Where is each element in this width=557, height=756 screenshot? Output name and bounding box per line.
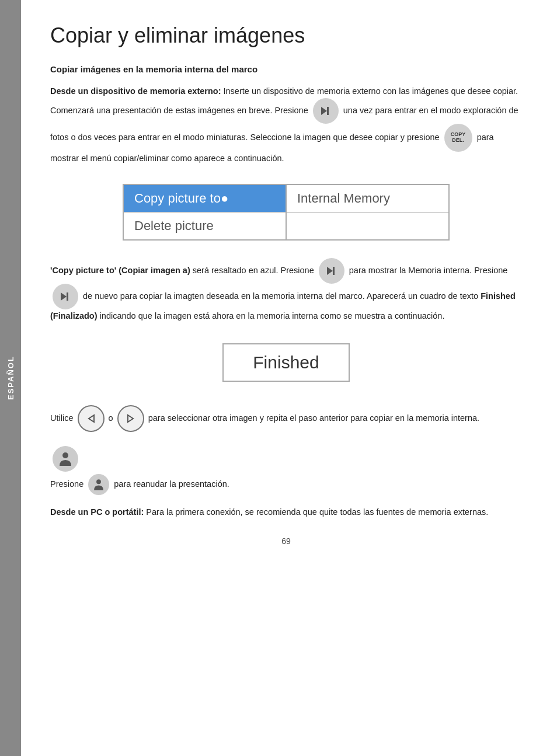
- menu-delete-label: Delete picture: [134, 218, 214, 233]
- play-bar-svg-2: [325, 264, 338, 277]
- page-title: Copiar y eliminar imágenes: [50, 23, 522, 48]
- paragraph-2: 'Copy picture to' (Copiar imagen a) será…: [50, 258, 522, 323]
- finished-label: Finished: [253, 353, 319, 372]
- svg-marker-7: [128, 415, 133, 422]
- arrow-left-icon: [78, 405, 105, 432]
- svg-marker-1: [321, 107, 327, 115]
- menu-delete-cell: Delete picture: [124, 212, 286, 239]
- paragraph-1: Desde un dispositivo de memoria externo:…: [50, 85, 522, 165]
- menu-copy-cell: Copy picture to●: [124, 185, 286, 212]
- menu-dot: ●: [221, 191, 228, 205]
- arrow-right-icon: [117, 405, 144, 432]
- p2-text3: de nuevo para copiar la imagten deseada …: [83, 291, 481, 301]
- portrait-icon: [53, 446, 78, 472]
- play-next-icon-1: [313, 98, 339, 124]
- finished-box-wrapper: Finished: [50, 332, 522, 393]
- p4-text1: Presione: [50, 479, 83, 488]
- p3-text3: para seleccionar otra imagen y repita el…: [148, 413, 479, 422]
- play-bar-svg-3: [59, 290, 72, 303]
- svg-rect-2: [333, 267, 335, 275]
- play-bar-svg-1: [319, 104, 332, 117]
- paragraph-5: Desde un PC o portátil: Para la primera …: [50, 506, 522, 519]
- right-arrow-svg: [126, 413, 136, 424]
- left-arrow-svg: [86, 413, 96, 424]
- p2-text2: para mostrar la Memoria interna. Presion…: [349, 266, 508, 275]
- menu-box-wrapper: Copy picture to● Internal Memory Delete …: [50, 173, 522, 251]
- svg-rect-0: [327, 107, 329, 115]
- svg-marker-3: [327, 267, 333, 275]
- portrait-svg: [58, 451, 72, 467]
- side-tab: ESPAÑOL: [0, 0, 21, 756]
- paragraph-4: Presione para reanudar la presentación.: [50, 446, 522, 495]
- portrait-icon-inline: [88, 474, 109, 495]
- svg-rect-4: [67, 292, 68, 301]
- play-next-icon-2: [319, 258, 344, 284]
- page-number: 69: [50, 536, 522, 546]
- menu-delete-right-cell: [286, 212, 448, 239]
- side-tab-label: ESPAÑOL: [6, 356, 15, 400]
- svg-point-8: [62, 452, 68, 458]
- p2-bold: 'Copy picture to' (Copiar imagen a): [50, 266, 190, 275]
- p5-text: Para la primera conexión, se recomienda …: [144, 507, 488, 517]
- p4-text2: para reanudar la presentación.: [114, 479, 229, 488]
- svg-point-9: [96, 479, 101, 484]
- p3-text1: Utilice: [50, 413, 73, 422]
- paragraph-3: Utilice o para seleccionar otra imagen y…: [50, 405, 522, 432]
- copy-del-icon: COPYDEL.: [444, 124, 472, 152]
- p2-text: será resaltado en azul. Presione: [190, 266, 314, 275]
- menu-internal-memory-label: Internal Memory: [297, 191, 390, 205]
- svg-marker-5: [61, 292, 67, 301]
- section-heading: Copiar imágenes en la memoria interna de…: [50, 64, 522, 74]
- p2-text4: indicando que la imagen está ahora en la…: [98, 311, 445, 320]
- page-container: ESPAÑOL Copiar y eliminar imágenes Copia…: [0, 0, 557, 756]
- copy-menu-box: Copy picture to● Internal Memory Delete …: [123, 184, 450, 241]
- play-next-icon-3: [53, 284, 78, 309]
- finished-box: Finished: [222, 343, 349, 382]
- svg-marker-6: [89, 415, 94, 422]
- main-content: Copiar y eliminar imágenes Copiar imágen…: [21, 0, 557, 756]
- p5-bold: Desde un PC o portátil:: [50, 507, 144, 517]
- menu-copy-label: Copy picture to: [134, 191, 221, 205]
- p1-bold: Desde un dispositivo de memoria externo:: [50, 86, 221, 96]
- menu-internal-memory-cell: Internal Memory: [286, 185, 448, 212]
- menu-row-2: Delete picture: [124, 212, 448, 239]
- menu-row-1: Copy picture to● Internal Memory: [124, 185, 448, 212]
- portrait-svg-inline: [93, 478, 105, 491]
- p3-text2: o: [109, 413, 116, 422]
